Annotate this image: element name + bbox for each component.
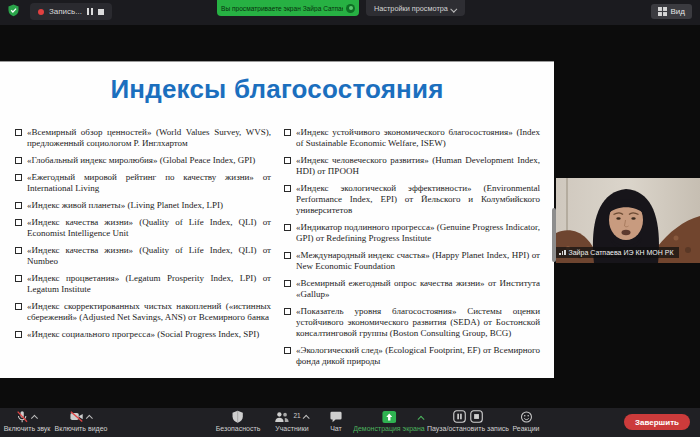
slide-bullet-item: «Экологический след» (Ecological Footpri… [284, 345, 540, 367]
participant-name-tag: Зайра Сатпаева ИЭ КН МОН РК [556, 247, 679, 258]
bullet-square-icon [15, 275, 22, 282]
participants-count-badge: 21 [293, 412, 300, 419]
viewing-screen-banner: Вы просматриваете экран Зайра Сатпаева И… [217, 0, 359, 16]
stop-recording-icon[interactable] [470, 409, 483, 427]
slide-bullet-item: «Индекс человеческого развития» (Human D… [284, 155, 540, 177]
participant-name: Зайра Сатпаева ИЭ КН МОН РК [569, 249, 674, 256]
audio-options-chevron[interactable] [31, 415, 38, 422]
slide-bullet-item: «Глобальный индекс миролюбия» (Global Pe… [15, 155, 271, 166]
chat-bubble-icon [330, 409, 343, 427]
mic-muted-icon [16, 409, 29, 427]
slide-bullet-item: «Индекс живой планеты» (Living Planet In… [15, 200, 271, 211]
recording-label: Запись... [49, 7, 82, 16]
security-button[interactable]: Безопасность [216, 411, 261, 432]
slide-bullet-item: «Показатель уровня благосостояния» Систе… [284, 306, 540, 339]
connection-signal-icon [559, 250, 566, 256]
slide-bullet-item: «Индекс социального прогресса» (Social P… [15, 329, 271, 340]
stop-recording-button[interactable] [98, 9, 104, 15]
meeting-top-bar: Запись... Вы просматриваете экран Зайра … [0, 0, 700, 25]
chevron-down-icon [450, 5, 457, 12]
slide-bullet-item: «Индекс экологической эффективности» (En… [284, 183, 540, 216]
share-options-chevron[interactable] [417, 416, 424, 423]
slide-bullet-item: «Индикатор подлинного прогресса» (Genuin… [284, 222, 540, 244]
bullet-square-icon [284, 347, 291, 354]
reactions-smiley-icon [520, 409, 532, 427]
bullet-square-icon [15, 303, 22, 310]
video-options-chevron[interactable] [86, 415, 93, 422]
pause-recording-icon[interactable] [453, 409, 466, 427]
pause-stop-recording-label: Пауза/остановить запись [427, 425, 509, 432]
view-button-label: Вид [671, 7, 685, 16]
bullet-square-icon [284, 224, 291, 231]
pause-stop-recording-button[interactable]: Пауза/остановить запись [427, 411, 509, 432]
slide-bullet-item: «Всемирный обзор ценностей» (World Value… [15, 127, 271, 149]
slide-bullet-item: «Всемирный ежегодный опрос качества жизн… [284, 278, 540, 300]
view-button[interactable]: Вид [651, 4, 692, 19]
bullet-square-icon [15, 247, 22, 254]
encryption-shield-icon[interactable] [8, 3, 19, 21]
end-meeting-button[interactable]: Завершить [624, 414, 690, 430]
view-settings-label: Настройки просмотра [374, 4, 448, 13]
unmute-button[interactable]: Включить звук [4, 411, 51, 432]
bullet-square-icon [284, 308, 291, 315]
grid-view-icon [658, 7, 667, 16]
shared-screen-camera-icon[interactable] [346, 4, 355, 13]
bullet-square-icon [15, 219, 22, 226]
bullet-square-icon [284, 280, 291, 287]
slide-bullet-item: «Ежегодный мировой рейтинг по качеству ж… [15, 172, 271, 194]
bullet-square-icon [15, 157, 22, 164]
slide-bullet-item: «Индекс качества жизни» (Quality of Life… [15, 245, 271, 267]
bullet-square-icon [15, 129, 22, 136]
slide-title: Индексы благосостояния [0, 74, 554, 105]
bullet-square-icon [15, 331, 22, 338]
bullet-square-icon [284, 185, 291, 192]
participant-video[interactable]: Зайра Сатпаева ИЭ КН МОН РК [556, 178, 700, 263]
pause-recording-button[interactable] [87, 8, 93, 15]
zoom-meeting-window: Запись... Вы просматриваете экран Зайра … [0, 0, 700, 437]
recording-dot-icon [38, 9, 44, 15]
slide-bullet-item: «Индекс скорректированных чистых накопле… [15, 301, 271, 323]
participants-button[interactable]: 21 Участники [274, 411, 309, 432]
view-settings-button[interactable]: Настройки просмотра [366, 0, 465, 16]
reactions-button[interactable]: Реакции [512, 411, 539, 432]
slide-right-column: «Индекс устойчивого экономического благо… [284, 127, 540, 373]
chat-button[interactable]: Чат [330, 411, 343, 432]
share-screen-icon [382, 409, 396, 427]
start-video-button[interactable]: Включить видео [55, 411, 108, 432]
security-shield-icon [232, 409, 244, 427]
slide-bullet-item: «Индекс качества жизни» (Quality of Life… [15, 217, 271, 239]
bullet-square-icon [284, 157, 291, 164]
camera-off-icon [69, 409, 83, 427]
slide-left-column: «Всемирный обзор ценностей» (World Value… [15, 127, 271, 373]
slide-bullet-item: «Индекс процветания» (Legatum Prosperity… [15, 273, 271, 295]
shared-screen-area: Индексы благосостояния «Всемирный обзор … [0, 25, 700, 408]
slide-bullet-item: «Индекс устойчивого экономического благо… [284, 127, 540, 149]
bullet-square-icon [15, 202, 22, 209]
share-screen-button[interactable]: Демонстрация экрана [353, 411, 425, 432]
slide-columns: «Всемирный обзор ценностей» (World Value… [0, 127, 554, 373]
bullet-square-icon [284, 252, 291, 259]
viewing-banner-text: Вы просматриваете экран Зайра Сатпаева И… [221, 5, 343, 12]
meeting-toolbar: Включить звук Включить видео Безопасност… [0, 408, 700, 437]
bullet-square-icon [15, 174, 22, 181]
bullet-square-icon [284, 129, 291, 136]
recording-indicator: Запись... [30, 3, 112, 20]
presentation-slide: Индексы благосостояния «Всемирный обзор … [0, 61, 554, 378]
slide-bullet-item: «Международный индекс счастья» (Happy Pl… [284, 250, 540, 272]
participants-options-chevron[interactable] [303, 415, 310, 422]
participants-people-icon [274, 409, 289, 427]
